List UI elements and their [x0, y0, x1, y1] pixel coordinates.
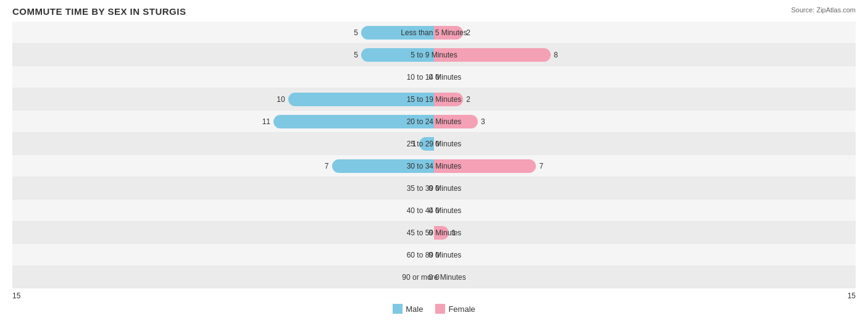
female-section: 1: [434, 222, 856, 243]
female-section: 0: [434, 66, 856, 88]
bar-row: 040 to 44 Minutes0: [12, 199, 856, 222]
male-section: 7: [12, 155, 434, 177]
axis-right: 15: [848, 292, 856, 300]
axis-left: 15: [12, 292, 20, 300]
male-section: 0: [12, 177, 434, 199]
rows-area: 5Less than 5 Minutes255 to 9 Minutes8010…: [12, 22, 856, 288]
male-bar: 5: [361, 26, 434, 40]
female-section: 7: [434, 155, 856, 177]
axis-row: 15 15: [12, 292, 856, 300]
female-bar: 2: [434, 93, 463, 106]
female-section: 0: [434, 177, 856, 199]
bar-row: 090 or more Minutes0: [12, 266, 856, 288]
female-value: 8: [551, 51, 558, 59]
chart-title: COMMUTE TIME BY SEX IN STURGIS: [12, 6, 856, 17]
male-value: 1: [412, 140, 420, 148]
bar-row: 5Less than 5 Minutes2: [12, 22, 856, 44]
male-value: 5: [354, 51, 361, 59]
female-zero-value: 0: [435, 251, 440, 259]
male-section: 0: [12, 244, 434, 266]
male-section: 10: [12, 88, 434, 110]
female-value: 2: [463, 95, 470, 104]
legend-female: Female: [435, 304, 475, 314]
bar-row: 125 to 29 Minutes0: [12, 133, 856, 155]
female-zero-value: 0: [435, 273, 440, 282]
bar-row: 060 to 89 Minutes0: [12, 244, 856, 266]
female-zero-value: 0: [435, 73, 440, 82]
female-value: 1: [449, 229, 456, 237]
male-zero-value: 0: [428, 184, 433, 193]
male-section: 5: [12, 22, 434, 43]
bar-row: 1015 to 19 Minutes2: [12, 88, 856, 111]
male-zero-value: 0: [428, 251, 433, 259]
male-section: 0: [12, 66, 434, 88]
female-bar: 2: [434, 26, 463, 40]
male-bar: 1: [419, 137, 434, 151]
male-value: 5: [354, 28, 361, 37]
male-zero-value: 0: [428, 206, 433, 215]
female-section: 2: [434, 88, 856, 110]
male-bar: 11: [273, 115, 434, 128]
female-section: 3: [434, 111, 856, 132]
legend-male-box: [393, 304, 403, 314]
male-section: 1: [12, 133, 434, 154]
source-text: Source: ZipAtlas.com: [791, 6, 856, 14]
legend-male: Male: [393, 304, 423, 314]
female-section: 0: [434, 133, 856, 154]
male-value: 11: [262, 117, 273, 126]
female-value: 3: [478, 117, 485, 126]
female-section: 0: [434, 266, 856, 288]
male-section: 0: [12, 222, 434, 243]
bar-row: 045 to 59 Minutes1: [12, 222, 856, 244]
female-zero-value: 0: [435, 206, 440, 215]
bar-row: 010 to 14 Minutes0: [12, 66, 856, 88]
female-bar: 3: [434, 115, 478, 128]
legend: Male Female: [12, 304, 856, 314]
female-value: 2: [463, 28, 470, 37]
female-bar: 7: [434, 159, 536, 173]
female-section: 2: [434, 22, 856, 43]
male-section: 5: [12, 44, 434, 65]
legend-female-label: Female: [448, 304, 475, 314]
female-bar: 8: [434, 48, 551, 62]
chart-container: COMMUTE TIME BY SEX IN STURGIS Source: Z…: [0, 0, 868, 323]
bar-row: 035 to 39 Minutes0: [12, 177, 856, 199]
male-value: 7: [325, 162, 332, 170]
female-section: 0: [434, 199, 856, 221]
male-section: 0: [12, 199, 434, 221]
male-zero-value: 0: [428, 273, 433, 282]
male-zero-value: 0: [428, 229, 433, 237]
male-section: 11: [12, 111, 434, 132]
male-section: 0: [12, 266, 434, 288]
female-zero-value: 0: [435, 140, 440, 148]
legend-male-label: Male: [406, 304, 423, 314]
male-bar: 7: [332, 159, 434, 173]
bar-row: 55 to 9 Minutes8: [12, 44, 856, 66]
male-zero-value: 0: [428, 73, 433, 82]
bar-row: 1120 to 24 Minutes3: [12, 111, 856, 133]
legend-female-box: [435, 304, 445, 314]
male-value: 10: [277, 95, 288, 104]
female-zero-value: 0: [435, 184, 440, 193]
female-section: 8: [434, 44, 856, 65]
bar-row: 730 to 34 Minutes7: [12, 155, 856, 177]
male-bar: 10: [288, 93, 434, 106]
female-value: 7: [536, 162, 543, 170]
male-bar: 5: [361, 48, 434, 62]
female-bar: 1: [434, 226, 449, 240]
female-section: 0: [434, 244, 856, 266]
